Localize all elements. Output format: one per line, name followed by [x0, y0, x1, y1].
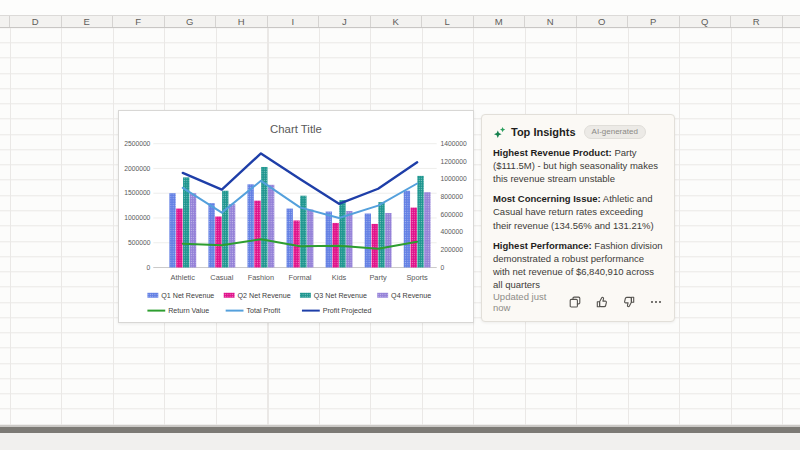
- svg-text:Total Profit: Total Profit: [246, 307, 280, 315]
- window-top-strip: [0, 0, 800, 15]
- insight-item: Most Concerning Issue: Athletic and Casu…: [493, 192, 663, 231]
- thumbs-down-icon[interactable]: [622, 295, 636, 309]
- column-header[interactable]: H: [216, 16, 268, 27]
- top-insights-panel[interactable]: Top Insights AI-generated Highest Revenu…: [481, 114, 675, 322]
- svg-text:400000: 400000: [441, 228, 464, 235]
- column-header[interactable]: E: [62, 16, 114, 27]
- svg-text:Sports: Sports: [406, 273, 428, 282]
- svg-text:Chart Title: Chart Title: [270, 123, 322, 135]
- svg-text:1200000: 1200000: [441, 158, 467, 165]
- svg-text:0: 0: [441, 264, 445, 271]
- chart-object[interactable]: Chart Title05000001000000150000020000002…: [118, 110, 474, 323]
- svg-text:Fashion: Fashion: [248, 273, 274, 282]
- svg-text:Q4 Revenue: Q4 Revenue: [391, 292, 431, 300]
- column-header[interactable]: K: [371, 16, 423, 27]
- sparkles-icon: [493, 126, 506, 139]
- column-header-filler: [783, 16, 800, 27]
- svg-text:Party: Party: [369, 273, 387, 282]
- svg-text:1400000: 1400000: [441, 140, 467, 147]
- column-header[interactable]: P: [628, 16, 680, 27]
- column-header[interactable]: F: [113, 16, 165, 27]
- svg-text:2000000: 2000000: [124, 165, 150, 172]
- column-header[interactable]: N: [525, 16, 577, 27]
- more-options-icon[interactable]: [649, 295, 663, 309]
- combo-chart: Chart Title05000001000000150000020000002…: [119, 111, 473, 322]
- svg-text:Athletic: Athletic: [171, 273, 196, 282]
- svg-text:Profit Projected: Profit Projected: [323, 307, 372, 315]
- svg-text:Casual: Casual: [210, 273, 233, 282]
- updated-timestamp: Updated just now: [493, 291, 554, 313]
- svg-text:Return Value: Return Value: [168, 307, 209, 315]
- column-header[interactable]: M: [474, 16, 526, 27]
- column-header[interactable]: O: [577, 16, 629, 27]
- svg-text:Q2 Net Revenue: Q2 Net Revenue: [238, 292, 291, 300]
- insight-lead: Most Concerning Issue:: [493, 193, 601, 204]
- svg-text:Q1 Net Revenue: Q1 Net Revenue: [161, 292, 214, 300]
- column-header[interactable]: J: [319, 16, 371, 27]
- svg-text:800000: 800000: [441, 193, 464, 200]
- column-header-partial[interactable]: [0, 16, 10, 27]
- svg-text:Formal: Formal: [288, 273, 311, 282]
- insight-lead: Highest Performance:: [493, 240, 592, 251]
- column-header[interactable]: R: [731, 16, 783, 27]
- column-header[interactable]: L: [422, 16, 474, 27]
- insights-footer: Updated just now: [493, 291, 663, 313]
- svg-text:600000: 600000: [441, 211, 464, 218]
- svg-text:500000: 500000: [128, 239, 151, 246]
- insight-item: Highest Revenue Product: Party ($111.5M)…: [493, 146, 663, 185]
- insight-item: Highest Performance: Fashion division de…: [493, 239, 663, 291]
- svg-text:Q3 Net Revenue: Q3 Net Revenue: [314, 292, 367, 300]
- insights-title: Top Insights: [511, 126, 576, 138]
- svg-text:2500000: 2500000: [124, 140, 150, 147]
- column-header[interactable]: D: [10, 16, 62, 27]
- excel-window: DEFGHIJKLMNOPQR Chart Title0500000100000…: [0, 0, 800, 450]
- svg-text:1000000: 1000000: [441, 175, 467, 182]
- column-header[interactable]: G: [165, 16, 217, 27]
- column-header-row: DEFGHIJKLMNOPQR: [0, 15, 800, 28]
- svg-text:Kids: Kids: [332, 273, 347, 282]
- svg-text:1000000: 1000000: [124, 214, 150, 221]
- window-bottom-area: [0, 433, 800, 450]
- svg-text:0: 0: [147, 264, 151, 271]
- thumbs-up-icon[interactable]: [595, 295, 609, 309]
- ai-generated-badge: AI-generated: [584, 125, 646, 139]
- column-header[interactable]: I: [268, 16, 320, 27]
- insights-header: Top Insights AI-generated: [493, 125, 663, 139]
- svg-text:200000: 200000: [441, 246, 464, 253]
- column-header[interactable]: Q: [680, 16, 732, 27]
- insight-lead: Highest Revenue Product:: [493, 147, 612, 158]
- copy-icon[interactable]: [568, 295, 582, 309]
- svg-text:1500000: 1500000: [124, 189, 150, 196]
